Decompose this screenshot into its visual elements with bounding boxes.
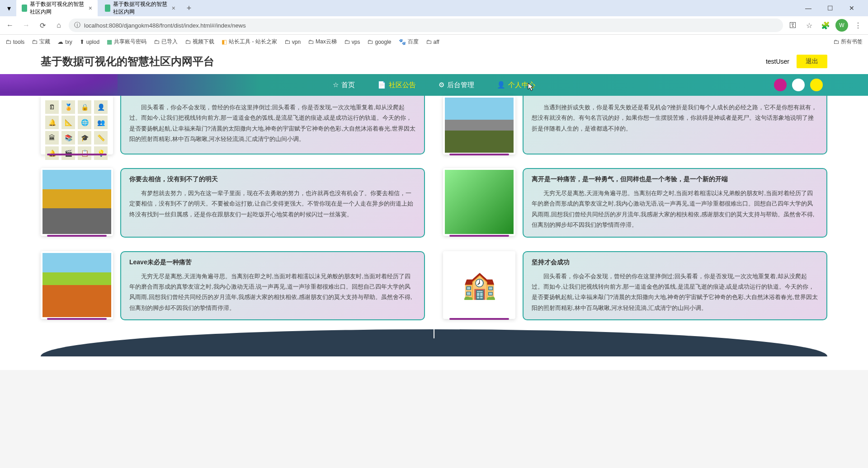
home-button[interactable]: ⌂ xyxy=(52,19,65,32)
nav-label: 首页 xyxy=(341,81,355,89)
card-thumbnail xyxy=(41,168,113,236)
cursor-icon xyxy=(528,83,535,92)
theme-dot-yellow[interactable] xyxy=(810,79,823,91)
main-nav: ☆ 首页 📄 社区公告 ⚙ 后台管理 👤 个人中心 xyxy=(0,74,868,96)
theme-dot-white[interactable] xyxy=(792,79,805,91)
nav-label: 后台管理 xyxy=(447,81,474,89)
close-window-button[interactable]: ✕ xyxy=(844,3,859,14)
bookmark-uplod[interactable]: ⬆uplod xyxy=(80,38,99,45)
tab-search-button[interactable]: ▾ xyxy=(4,3,14,14)
site-info-icon[interactable]: ⓘ xyxy=(74,21,80,29)
user-icon: 👤 xyxy=(497,81,505,89)
bookmark-aff[interactable]: 🗀aff xyxy=(426,38,439,45)
card-body: 离开是一种痛苦，是一种勇气，但同样也是一个考验，是一个新的开端 无穷无尽是离愁,… xyxy=(523,168,827,238)
card-body: 坚持才会成功 回头看看，你会不会发现，曾经的你在这里摔倒过;回头看看，你是否发现… xyxy=(523,251,827,321)
bookmark-video[interactable]: 🗀视频下载 xyxy=(185,38,214,46)
nav-home[interactable]: ☆ 首页 xyxy=(333,81,355,89)
folder-icon: 🗀 xyxy=(367,38,373,45)
tab-title: 基于数据可视化的智慧社区内网 xyxy=(30,0,86,16)
tab-title: 基于数据可视化的智慧社区内网 xyxy=(113,0,169,16)
news-grid: 🗓🏅🔒👤 🔔📐🌐👥 🏛📚🎓📏 🔔🎬📋💡 回头看看，你会不会发现，曾经的你在这里摔… xyxy=(41,96,827,320)
bookmark-vps[interactable]: 🗀vps xyxy=(344,38,360,45)
nav-community-notice[interactable]: 📄 社区公告 xyxy=(377,81,416,89)
card-text: 当遇到挫折或失败，你是看见失败还是看见机会?挫折是我们每个人成长的必经之路，它不… xyxy=(532,102,818,134)
bookmarks-bar: 🗀tools 🗀宝藏 ☁txy ⬆uplod ▦共享账号密码 🗀已导入 🗀视频下… xyxy=(0,34,868,49)
folder-icon: 🗀 xyxy=(32,38,38,45)
bookmark-txy[interactable]: ☁txy xyxy=(57,38,72,45)
url-text: localhost:8080/djangokm488/front/dist/in… xyxy=(84,22,246,29)
password-icon[interactable]: ⚿ xyxy=(787,19,799,32)
folder-icon: 🗀 xyxy=(833,38,839,45)
bookmark-webmaster[interactable]: ◧站长工具 - 站长之家 xyxy=(222,38,277,46)
bookmark-baidu[interactable]: 🐾百度 xyxy=(399,38,419,46)
news-card[interactable]: 当遇到挫折或失败，你是看见失败还是看见机会?挫折是我们每个人成长的必经之路，它不… xyxy=(443,96,827,154)
bookmark-vpn[interactable]: 🗀vpn xyxy=(284,38,301,45)
document-icon: 📄 xyxy=(377,81,386,89)
nav-bar: ← → ⟳ ⌂ ⓘ localhost:8080/djangokm488/fro… xyxy=(0,16,868,34)
folder-icon: 🗀 xyxy=(308,38,314,45)
sheet-icon: ▦ xyxy=(107,38,112,45)
news-card[interactable]: 你要去相信，没有到不了的明天 有梦想就去努力，因为在这一辈子里面，现在不去勇敢的… xyxy=(41,168,425,238)
menu-button[interactable]: ⋮ xyxy=(852,19,864,32)
site-icon: ◧ xyxy=(222,38,227,45)
close-icon[interactable]: × xyxy=(172,5,175,12)
card-title: Leave未必是一种痛苦 xyxy=(129,258,416,267)
bookmark-max[interactable]: 🗀Max云梯 xyxy=(308,38,337,46)
forward-button[interactable]: → xyxy=(20,19,33,32)
page-header: 基于数据可视化的智慧社区内网平台 testUser 退出 xyxy=(0,49,868,74)
reload-button[interactable]: ⟳ xyxy=(36,19,49,32)
folder-icon: 🗀 xyxy=(284,38,290,45)
favicon-icon xyxy=(105,5,110,12)
browser-chrome: ▾ 基于数据可视化的智慧社区内网 × 基于数据可视化的智慧社区内网 × + — … xyxy=(0,0,868,49)
folder-icon: 🗀 xyxy=(154,38,160,45)
footer-decoration xyxy=(41,329,827,356)
all-bookmarks-button[interactable]: 🗀所有书签 xyxy=(833,38,863,46)
upload-icon: ⬆ xyxy=(80,38,85,45)
bookmark-tools[interactable]: 🗀tools xyxy=(5,38,24,45)
card-title: 坚持才会成功 xyxy=(532,258,818,267)
browser-tab-active[interactable]: 基于数据可视化的智慧社区内网 × xyxy=(16,0,98,19)
news-card[interactable]: 🗓🏅🔒👤 🔔📐🌐👥 🏛📚🎓📏 🔔🎬📋💡 回头看看，你会不会发现，曾经的你在这里摔… xyxy=(41,96,425,154)
cloud-icon: ☁ xyxy=(57,38,63,45)
news-card[interactable]: 🏫 坚持才会成功 回头看看，你会不会发现，曾经的你在这里摔倒过;回头看看，你是否… xyxy=(443,251,827,321)
card-text: 无穷无尽是离愁,天涯海角遍寻思。当离别在即之时,当面对着相濡以沫兄弟般的朋友时,… xyxy=(532,188,818,230)
tab-bar: ▾ 基于数据可视化的智慧社区内网 × 基于数据可视化的智慧社区内网 × + — … xyxy=(0,0,868,16)
profile-avatar[interactable]: W xyxy=(835,19,848,32)
card-thumbnail: 🏫 xyxy=(443,251,515,319)
minimize-button[interactable]: — xyxy=(801,3,816,14)
bookmark-google[interactable]: 🗀google xyxy=(367,38,391,45)
theme-color-picker xyxy=(774,79,823,91)
extensions-icon[interactable]: 🧩 xyxy=(819,19,832,32)
window-controls: — ☐ ✕ xyxy=(801,3,864,14)
username-label[interactable]: testUser xyxy=(766,58,789,65)
card-body: 当遇到挫折或失败，你是看见失败还是看见机会?挫折是我们每个人成长的必经之路，它不… xyxy=(523,96,827,154)
logout-button[interactable]: 退出 xyxy=(797,55,827,68)
bookmark-imported[interactable]: 🗀已导入 xyxy=(154,38,178,46)
new-tab-button[interactable]: + xyxy=(183,2,195,14)
nav-personal-center[interactable]: 👤 个人中心 xyxy=(497,81,535,89)
card-body: 你要去相信，没有到不了的明天 有梦想就去努力，因为在这一辈子里面，现在不去勇敢的… xyxy=(120,168,425,238)
bookmark-star-icon[interactable]: ☆ xyxy=(803,19,816,32)
card-body: Leave未必是一种痛苦 无穷无尽是离愁,天涯海角遍寻思。当离别在即之时,当面对… xyxy=(120,251,425,321)
news-card[interactable]: Leave未必是一种痛苦 无穷无尽是离愁,天涯海角遍寻思。当离别在即之时,当面对… xyxy=(41,251,425,321)
card-thumbnail xyxy=(443,96,515,154)
nav-label: 社区公告 xyxy=(389,81,416,89)
bookmark-share-account[interactable]: ▦共享账号密码 xyxy=(107,38,146,46)
close-icon[interactable]: × xyxy=(89,5,92,12)
theme-dot-magenta[interactable] xyxy=(774,79,787,91)
folder-icon: 🗀 xyxy=(185,38,191,45)
bookmark-treasure[interactable]: 🗀宝藏 xyxy=(32,38,50,46)
content-area: 🗓🏅🔒👤 🔔📐🌐👥 🏛📚🎓📏 🔔🎬📋💡 回头看看，你会不会发现，曾经的你在这里摔… xyxy=(0,96,868,370)
card-text: 回头看看，你会不会发现，曾经的你在这里摔倒过;回头看看，你是否发现,一次次地重复… xyxy=(532,271,818,314)
browser-tab-inactive[interactable]: 基于数据可视化的智慧社区内网 × xyxy=(99,0,181,19)
card-thumbnail xyxy=(41,251,113,319)
nav-admin[interactable]: ⚙ 后台管理 xyxy=(439,81,474,89)
maximize-button[interactable]: ☐ xyxy=(823,3,837,14)
folder-icon: 🗀 xyxy=(426,38,432,45)
back-button[interactable]: ← xyxy=(4,19,16,32)
gear-icon: ⚙ xyxy=(439,81,444,89)
card-thumbnail xyxy=(443,168,515,236)
page-title: 基于数据可视化的智慧社区内网平台 xyxy=(41,54,214,69)
news-card[interactable]: 离开是一种痛苦，是一种勇气，但同样也是一个考验，是一个新的开端 无穷无尽是离愁,… xyxy=(443,168,827,238)
url-bar[interactable]: ⓘ localhost:8080/djangokm488/front/dist/… xyxy=(69,19,783,32)
